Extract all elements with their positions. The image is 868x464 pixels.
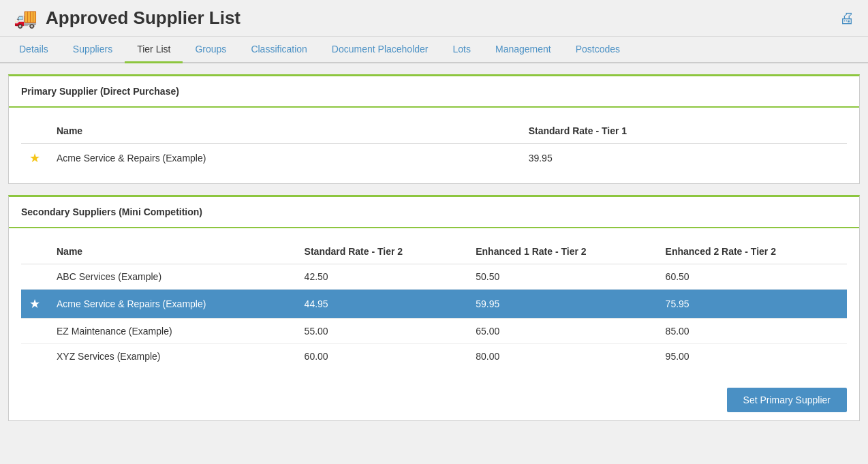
- tab-document-placeholder[interactable]: Document Placeholder: [320, 37, 441, 63]
- sec-row2-col3: 59.95: [467, 290, 657, 319]
- page-header: 🚚 Approved Supplier List 🖨: [0, 0, 868, 37]
- header-left: 🚚 Approved Supplier List: [14, 7, 241, 29]
- tab-classification[interactable]: Classification: [238, 37, 319, 63]
- secondary-section-body: Name Standard Rate - Tier 2 Enhanced 1 R…: [9, 228, 859, 380]
- primary-row-rate: 39.95: [521, 144, 847, 173]
- sec-row1-col3: 50.50: [467, 264, 657, 290]
- table-row[interactable]: ABC Services (Example) 42.50 50.50 60.50: [21, 264, 847, 290]
- set-primary-supplier-button[interactable]: Set Primary Supplier: [727, 388, 847, 412]
- sec-row1-name: ABC Services (Example): [48, 264, 296, 290]
- truck-icon: 🚚: [14, 7, 37, 29]
- sec-row1-col2: 42.50: [296, 264, 468, 290]
- primary-section-header: Primary Supplier (Direct Purchase): [9, 76, 859, 108]
- table-row[interactable]: ★ Acme Service & Repairs (Example) 44.95…: [21, 290, 847, 319]
- sec-row2-col4: 75.95: [657, 290, 847, 319]
- secondary-section-header: Secondary Suppliers (Mini Competition): [9, 197, 859, 228]
- print-icon[interactable]: 🖨: [839, 10, 854, 27]
- sec-row4-col2: 60.00: [296, 344, 468, 369]
- sec-row4-name: XYZ Services (Example): [48, 344, 296, 369]
- page-title: Approved Supplier List: [46, 7, 241, 29]
- sec-row3-name: EZ Maintenance (Example): [48, 319, 296, 344]
- footer-actions: Set Primary Supplier: [9, 380, 859, 420]
- sec-row1-col4: 60.50: [657, 264, 847, 290]
- secondary-col-star: [21, 239, 48, 264]
- sec-row4-col3: 80.00: [467, 344, 657, 369]
- sec-row3-col3: 65.00: [467, 319, 657, 344]
- star-icon: ★: [29, 297, 40, 311]
- primary-row-name: Acme Service & Repairs (Example): [48, 144, 521, 173]
- sec-row3-col2: 55.00: [296, 319, 468, 344]
- star-icon: ★: [29, 151, 40, 165]
- tab-tier-list[interactable]: Tier List: [125, 37, 183, 63]
- primary-supplier-section: Primary Supplier (Direct Purchase) Name …: [8, 74, 860, 184]
- tab-lots[interactable]: Lots: [441, 37, 483, 63]
- sec-row2-name: Acme Service & Repairs (Example): [48, 290, 296, 319]
- tab-details[interactable]: Details: [7, 37, 61, 63]
- sec-row2-col2: 44.95: [296, 290, 468, 319]
- sec-row4-star: [21, 344, 48, 369]
- tab-postcodes[interactable]: Postcodes: [563, 37, 632, 63]
- sec-row3-star: [21, 319, 48, 344]
- table-row[interactable]: XYZ Services (Example) 60.00 80.00 95.00: [21, 344, 847, 369]
- sec-row4-col4: 95.00: [657, 344, 847, 369]
- primary-supplier-table: Name Standard Rate - Tier 1 ★ Acme Servi…: [21, 119, 847, 172]
- secondary-col-rate2: Standard Rate - Tier 2: [296, 239, 468, 264]
- secondary-col-enhanced1: Enhanced 1 Rate - Tier 2: [467, 239, 657, 264]
- sec-row2-star: ★: [21, 290, 48, 319]
- primary-row-star: ★: [21, 144, 48, 173]
- secondary-col-enhanced2: Enhanced 2 Rate - Tier 2: [657, 239, 847, 264]
- primary-section-body: Name Standard Rate - Tier 1 ★ Acme Servi…: [9, 108, 859, 183]
- secondary-supplier-section: Secondary Suppliers (Mini Competition) N…: [8, 195, 860, 421]
- tab-bar: Details Suppliers Tier List Groups Class…: [0, 37, 868, 63]
- sec-row3-col4: 85.00: [657, 319, 847, 344]
- secondary-supplier-table: Name Standard Rate - Tier 2 Enhanced 1 R…: [21, 239, 847, 369]
- primary-col-star: [21, 119, 48, 144]
- table-row[interactable]: ★ Acme Service & Repairs (Example) 39.95: [21, 144, 847, 173]
- sec-row1-star: [21, 264, 48, 290]
- table-row[interactable]: EZ Maintenance (Example) 55.00 65.00 85.…: [21, 319, 847, 344]
- primary-col-rate: Standard Rate - Tier 1: [521, 119, 847, 144]
- page-wrapper: 🚚 Approved Supplier List 🖨 Details Suppl…: [0, 0, 868, 464]
- tab-management[interactable]: Management: [483, 37, 563, 63]
- tab-suppliers[interactable]: Suppliers: [61, 37, 125, 63]
- tab-groups[interactable]: Groups: [183, 37, 238, 63]
- secondary-col-name: Name: [48, 239, 296, 264]
- primary-col-name: Name: [48, 119, 521, 144]
- main-content: Primary Supplier (Direct Purchase) Name …: [0, 63, 868, 432]
